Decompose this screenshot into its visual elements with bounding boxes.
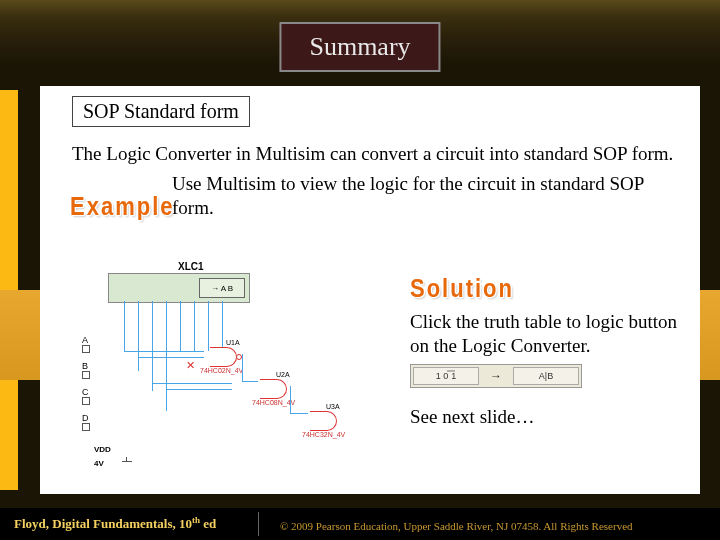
signal-b-label: B [82,361,88,371]
solution-hint: Click the truth table to logic button on… [410,310,690,358]
wire [242,354,243,381]
signal-c-box [82,397,90,405]
signal-c-label: C [82,387,89,397]
wire [124,351,204,352]
footer-tail: ed [200,516,216,531]
signal-a-box [82,345,90,353]
converter-output: → A B [199,278,245,298]
and-gate-icon [260,379,287,399]
wire [124,301,125,351]
wire [166,301,167,411]
gate-u3a-label: U3A [326,403,386,410]
signal-d-label: D [82,413,89,423]
signal-d-box [82,423,90,431]
expression-button[interactable]: A|B [513,367,579,385]
wire [290,386,291,413]
gate-u1a-chip: 74HC02N_4V [200,367,260,374]
gate-u3a [304,409,344,431]
gate-u1a-label: U1A [226,339,286,346]
footer-copyright: © 2009 Pearson Education, Upper Saddle R… [280,520,633,532]
gate-u1a [204,345,244,367]
footer-book: Floyd, Digital Fundamentals, 10 [14,516,192,531]
wire [152,383,232,384]
wire [290,413,308,414]
wire [208,301,209,351]
wire [166,389,232,390]
example-label: Example [70,192,175,222]
logic-converter-box: → A B [108,273,250,303]
ground-icon [120,457,134,467]
nor-gate-icon [210,347,237,367]
content-panel: SOP Standard form The Logic Converter in… [40,86,700,494]
wire [194,301,195,351]
wire [222,301,223,351]
wire [138,301,139,371]
solution-label: Solution [410,274,514,304]
footer: Floyd, Digital Fundamentals, 10th ed © 2… [0,508,720,540]
converter-id: XLC1 [178,261,204,272]
truth-table-button[interactable]: 1 0 ͞1 [413,367,479,385]
gate-u3a-chip: 74HC32N_4V [302,431,362,438]
logic-converter-toolbar: 1 0 ͞1 → A|B [410,364,582,388]
wire [138,357,204,358]
signal-a-label: A [82,335,88,345]
signal-b-box [82,371,90,379]
footer-citation: Floyd, Digital Fundamentals, 10th ed [14,515,216,532]
wire [242,381,258,382]
gate-u2a [254,377,294,399]
junction-x-icon: ✕ [186,359,195,372]
slide-title: Summary [279,22,440,72]
wire [180,301,181,351]
vdd-label: VDD [94,445,111,454]
see-next-text: See next slide… [410,406,535,428]
convert-arrow-icon[interactable]: → [483,367,509,385]
footer-divider [258,512,259,536]
or-gate-icon [310,411,337,431]
footer-sup: th [192,515,200,525]
gate-u2a-label: U2A [276,371,336,378]
intro-text: The Logic Converter in Multisim can conv… [72,143,673,164]
section-heading: SOP Standard form [72,96,250,127]
example-prompt: Use Multisim to view the logic for the c… [172,172,682,220]
wire [152,301,153,391]
circuit-diagram: XLC1 → A B A B C D U1A 74HC02N_4 [68,261,368,471]
gate-u2a-chip: 74HC08N_4V [252,399,312,406]
vdd-voltage: 4V [94,459,104,468]
